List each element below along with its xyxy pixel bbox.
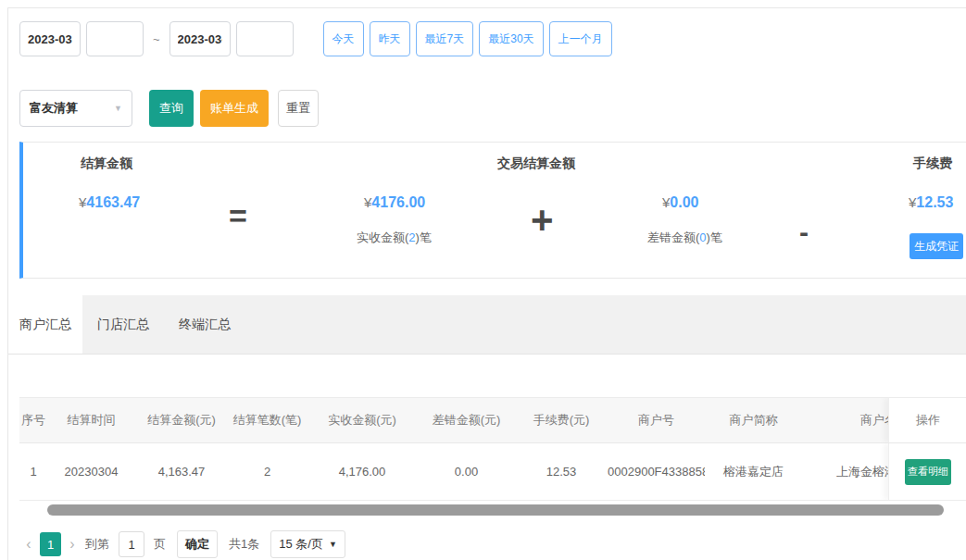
view-detail-button[interactable]: 查看明细	[905, 459, 951, 485]
cell-merchant-shortname: 榕港嘉定店	[705, 464, 802, 480]
plus-operator: +	[531, 198, 554, 243]
quick-last7days-button[interactable]: 最近7天	[416, 21, 474, 56]
header-merchant-id: 商户号	[608, 412, 705, 429]
generate-voucher-button[interactable]: 生成凭证	[910, 233, 963, 259]
total-count-label: 共1条	[229, 536, 259, 553]
start-date-input[interactable]	[19, 21, 81, 56]
header-received-amount: 实收金额(元)	[307, 412, 418, 429]
tab-store-summary[interactable]: 门店汇总	[82, 295, 164, 354]
range-separator: ~	[153, 32, 160, 46]
date-filter-row: ~ 今天 昨天 最近7天 最近30天 上一个月	[19, 21, 612, 56]
chevron-down-icon: ▼	[114, 104, 122, 113]
cell-fee: 12.53	[515, 465, 608, 479]
caret-down-icon: ▼	[329, 540, 337, 549]
reset-button[interactable]: 重置	[278, 90, 319, 127]
header-merchant-shortname: 商户简称	[705, 412, 802, 429]
fee-label: 手续费	[913, 156, 952, 172]
received-amount-value: ¥4176.00	[364, 194, 425, 211]
cell-actions: 查看明细	[888, 443, 966, 500]
cell-merchant-id: 0002900F4338858	[608, 465, 705, 479]
bill-generate-button[interactable]: 账单生成	[200, 90, 269, 127]
goto-page-input[interactable]	[119, 531, 144, 557]
quick-today-button[interactable]: 今天	[323, 21, 364, 56]
start-time-input[interactable]	[86, 21, 144, 56]
horizontal-scrollbar-track	[19, 504, 966, 516]
page-size-value: 15 条/页	[279, 536, 323, 553]
quick-lastmonth-button[interactable]: 上一个月	[549, 21, 612, 56]
cell-index: 1	[19, 465, 47, 479]
quick-range-group: 今天 昨天 最近7天 最近30天 上一个月	[323, 21, 612, 56]
page-size-select[interactable]: 15 条/页 ▼	[270, 530, 345, 558]
header-diff-amount: 差错金额(元)	[418, 412, 515, 429]
tab-terminal-summary[interactable]: 终端汇总	[164, 295, 245, 354]
settle-amount-label: 结算金额	[81, 156, 132, 172]
prev-page-icon[interactable]: ‹	[21, 536, 36, 553]
header-settle-time: 结算时间	[47, 412, 135, 429]
header-settle-amount: 结算金额(元)	[135, 412, 228, 429]
action-filter-row: 富友清算 ▼ 查询 账单生成 重置	[19, 90, 319, 127]
table-header-row: 序号 结算时间 结算金额(元) 结算笔数(笔) 实收金额(元) 差错金额(元) …	[19, 397, 966, 443]
table-row: 1 20230304 4,163.47 2 4,176.00 0.00 12.5…	[19, 443, 966, 501]
diff-amount-value: ¥0.00	[662, 194, 698, 211]
header-actions-label: 操作	[916, 412, 940, 429]
channel-select[interactable]: 富友清算 ▼	[19, 90, 132, 127]
cell-settle-count: 2	[228, 465, 307, 479]
fee-value: ¥12.53	[909, 194, 953, 211]
quick-yesterday-button[interactable]: 昨天	[370, 21, 410, 56]
pagination-bar: ‹ 1 › 到第 页 确定 共1条 15 条/页 ▼	[21, 529, 345, 560]
header-settle-count: 结算笔数(笔)	[228, 412, 307, 429]
header-actions: 操作	[888, 398, 966, 442]
trade-settle-label: 交易结算金额	[497, 156, 575, 172]
equals-operator: =	[229, 198, 247, 234]
merchant-summary-table: 序号 结算时间 结算金额(元) 结算笔数(笔) 实收金额(元) 差错金额(元) …	[19, 397, 966, 516]
settlement-summary-panel: 结算金额 ¥4163.47 = 交易结算金额 ¥4176.00 实收金额(2)笔…	[19, 142, 966, 279]
query-button[interactable]: 查询	[149, 90, 194, 127]
header-index: 序号	[19, 412, 47, 429]
quick-last30days-button[interactable]: 最近30天	[479, 21, 543, 56]
goto-prefix-label: 到第	[85, 536, 109, 553]
channel-select-value: 富友清算	[30, 100, 78, 117]
header-fee: 手续费(元)	[515, 412, 608, 429]
end-time-input[interactable]	[236, 21, 294, 56]
summary-tabs: 商户汇总 门店汇总 终端汇总	[8, 295, 966, 355]
end-date-input[interactable]	[169, 21, 231, 56]
goto-confirm-button[interactable]: 确定	[177, 530, 218, 558]
minus-operator: -	[799, 217, 809, 248]
cell-settle-amount: 4,163.47	[135, 465, 228, 479]
settlement-summary-page: ~ 今天 昨天 最近7天 最近30天 上一个月 富友清算 ▼ 查询 账单生成 重…	[7, 7, 966, 560]
settle-amount-value: ¥4163.47	[79, 194, 140, 211]
cell-diff-amount: 0.00	[418, 465, 515, 479]
goto-suffix-label: 页	[154, 536, 166, 553]
tab-merchant-summary[interactable]: 商户汇总	[8, 295, 82, 354]
next-page-icon[interactable]: ›	[65, 536, 80, 553]
cell-received-amount: 4,176.00	[307, 465, 418, 479]
diff-count-label: 差错金额(0)笔	[647, 230, 722, 246]
page-1-button[interactable]: 1	[40, 532, 61, 556]
cell-settle-time: 20230304	[47, 465, 135, 479]
horizontal-scrollbar-thumb[interactable]	[47, 504, 944, 516]
received-count-label: 实收金额(2)笔	[357, 230, 432, 246]
